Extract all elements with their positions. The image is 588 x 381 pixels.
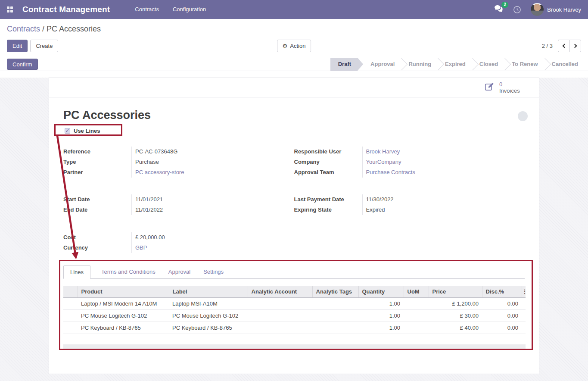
table-row[interactable]: PC Mouse Logitech G-102 PC Mouse Logitec…: [63, 309, 526, 322]
column-discount[interactable]: Disc.%: [482, 286, 522, 297]
cell-analytic-account[interactable]: [248, 297, 312, 309]
cell-label[interactable]: Laptop MSI-A10M: [169, 297, 248, 309]
company-link[interactable]: YourCompany: [362, 157, 525, 167]
record-sheet: 0 Invoices PC Accessories ✓ Use Lines Re…: [49, 78, 539, 374]
notebook: Lines Terms and Conditions Approval Sett…: [63, 265, 525, 350]
action-button[interactable]: ⚙ Action: [277, 40, 311, 52]
column-analytic-account[interactable]: Analytic Account: [248, 286, 312, 297]
field-label: Responsible User: [294, 147, 362, 157]
invoices-stat-button[interactable]: 0 Invoices: [478, 78, 539, 97]
breadcrumb-contracts[interactable]: Contracts: [7, 25, 40, 33]
cell-product[interactable]: Laptop / MSI Modern 14 A10M: [78, 297, 169, 309]
field-value: £ 20,000.00: [131, 232, 294, 243]
cell-product[interactable]: PC Mouse Logitech G-102: [78, 309, 169, 322]
use-lines-checkbox[interactable]: ✓: [65, 128, 70, 134]
cell-price[interactable]: £ 1,200.00: [429, 297, 482, 309]
approval-team-link[interactable]: Purchase Contracts: [362, 167, 525, 178]
field-label: Expiring State: [294, 205, 362, 215]
create-button[interactable]: Create: [30, 40, 58, 52]
field-label: Company: [294, 157, 362, 167]
field-value: Expired: [362, 205, 525, 215]
field-value: Purchase: [131, 157, 294, 167]
field-approval-team: Approval Team Purchase Contracts: [294, 167, 525, 178]
partner-link[interactable]: PC accessory-store: [131, 167, 294, 178]
field-expiring-state: Expiring State Expired: [294, 205, 525, 215]
cell-quantity[interactable]: 1.00: [358, 322, 404, 334]
edit-button[interactable]: Edit: [7, 40, 28, 52]
pager-previous-button[interactable]: [558, 40, 569, 52]
field-responsible-user: Responsible User Brook Harvey: [294, 147, 525, 157]
messages-button[interactable]: 2: [494, 5, 504, 14]
cell-analytic-account[interactable]: [248, 322, 312, 334]
cost-group: Cost £ 20,000.00 Currency GBP: [63, 232, 525, 253]
stage-draft[interactable]: Draft: [330, 58, 363, 71]
field-label: Currency: [63, 243, 131, 253]
tab-lines[interactable]: Lines: [63, 265, 90, 279]
activities-clock-icon[interactable]: [513, 6, 521, 14]
cell-discount[interactable]: 0.00: [482, 322, 522, 334]
menu-configuration[interactable]: Configuration: [173, 0, 206, 19]
breadcrumb-current: PC Accessories: [47, 25, 101, 33]
use-lines-field: ✓ Use Lines: [63, 125, 525, 137]
row-handle: [63, 297, 78, 309]
cell-analytic-account[interactable]: [248, 309, 312, 322]
column-analytic-tags[interactable]: Analytic Tags: [312, 286, 358, 297]
column-label[interactable]: Label: [169, 286, 248, 297]
cell-product[interactable]: PC Keyboard / KB-8765: [78, 322, 169, 334]
pager-counter[interactable]: 2 / 3: [542, 43, 553, 49]
statusbar: Confirm Draft Approval Running Expired C…: [0, 58, 588, 71]
control-panel: Contracts / PC Accessories Edit Create ⚙…: [0, 19, 588, 58]
main-menu: Contracts Configuration: [135, 0, 206, 19]
invoice-pencil-icon: [484, 81, 495, 94]
cell-price[interactable]: £ 40.00: [429, 322, 482, 334]
tab-terms-and-conditions[interactable]: Terms and Conditions: [95, 265, 162, 278]
optional-columns-icon[interactable]: ⋮: [522, 286, 526, 297]
record-image-placeholder: [518, 111, 528, 121]
column-quantity[interactable]: Quantity: [358, 286, 404, 297]
contract-lines-table: Product Label Analytic Account Analytic …: [63, 286, 526, 334]
column-product[interactable]: Product: [78, 286, 169, 297]
tab-settings[interactable]: Settings: [197, 265, 230, 278]
field-value: 11/30/2022: [362, 194, 525, 205]
cell-uom[interactable]: [404, 309, 429, 322]
field-company: Company YourCompany: [294, 157, 525, 167]
cell-discount[interactable]: 0.00: [482, 309, 522, 322]
tab-approval[interactable]: Approval: [162, 265, 197, 278]
cell-analytic-tags[interactable]: [312, 309, 358, 322]
apps-grid-icon[interactable]: [7, 6, 13, 12]
button-box: 0 Invoices: [49, 78, 539, 97]
use-lines-label: Use Lines: [74, 128, 100, 134]
column-price[interactable]: Price: [429, 286, 482, 297]
app-brand[interactable]: Contract Management: [22, 5, 110, 14]
confirm-button[interactable]: Confirm: [7, 59, 38, 70]
field-partner: Partner PC accessory-store: [63, 167, 294, 178]
table-footer-bar: [63, 344, 526, 350]
cell-discount[interactable]: 0.00: [482, 297, 522, 309]
pager-next-button[interactable]: [569, 40, 581, 52]
responsible-user-link[interactable]: Brook Harvey: [362, 147, 525, 157]
cell-label[interactable]: PC Mouse Logitech G-102: [169, 309, 248, 322]
field-label: Approval Team: [294, 167, 362, 178]
menu-contracts[interactable]: Contracts: [135, 0, 159, 19]
breadcrumb: Contracts / PC Accessories: [7, 24, 581, 34]
stage-pipeline: Draft Approval Running Expired Closed To…: [330, 58, 588, 71]
user-menu[interactable]: Brook Harvey: [531, 3, 581, 16]
cell-uom[interactable]: [404, 297, 429, 309]
field-start-date: Start Date 11/01/2021: [63, 194, 294, 205]
cell-analytic-tags[interactable]: [312, 297, 358, 309]
table-row[interactable]: Laptop / MSI Modern 14 A10M Laptop MSI-A…: [63, 297, 526, 309]
cell-uom[interactable]: [404, 322, 429, 334]
field-label: Cost: [63, 232, 131, 243]
field-value: PC-AC-073648G: [131, 147, 294, 157]
cell-label[interactable]: PC Keyboard / KB-8765: [169, 322, 248, 334]
cell-analytic-tags[interactable]: [312, 322, 358, 334]
currency-link[interactable]: GBP: [131, 243, 294, 253]
cell-price[interactable]: £ 30.00: [429, 309, 482, 322]
navbar-right: 2 Brook Harvey: [494, 3, 581, 16]
column-uom[interactable]: UoM: [404, 286, 429, 297]
field-currency: Currency GBP: [63, 243, 294, 253]
cell-quantity[interactable]: 1.00: [358, 297, 404, 309]
cell-quantity[interactable]: 1.00: [358, 309, 404, 322]
table-row[interactable]: PC Keyboard / KB-8765 PC Keyboard / KB-8…: [63, 322, 526, 334]
field-label: Reference: [63, 147, 131, 157]
